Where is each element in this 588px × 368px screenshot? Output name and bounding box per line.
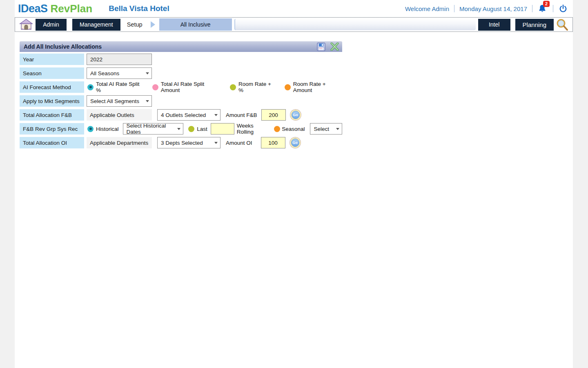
header-divider xyxy=(553,5,553,12)
panel-title: Add All Inclusive Allocations xyxy=(24,43,102,50)
nav-management-button[interactable]: Management xyxy=(72,19,120,31)
outlets-dropdown-value: 4 Outlets Selected xyxy=(161,112,206,118)
radio-last[interactable]: Last xyxy=(188,126,207,132)
seasonal-select-dropdown[interactable]: Select xyxy=(310,123,342,135)
chevron-down-icon xyxy=(146,72,149,74)
radio-icon xyxy=(285,84,291,90)
header-divider xyxy=(454,5,454,12)
seasonal-select-dropdown-value: Select xyxy=(314,126,329,132)
notification-badge: 2 xyxy=(543,1,550,7)
power-icon xyxy=(558,4,568,13)
panel-header: Add All Inclusive Allocations xyxy=(20,41,342,52)
app-page: IDeaS RevPlan Bella Vista Hotel Welcome … xyxy=(15,0,573,368)
amount-oi-label: Amount OI xyxy=(226,140,252,146)
header-right: Welcome Admin Monday August 14, 2017 2 xyxy=(405,4,568,13)
chevron-down-icon xyxy=(336,128,339,130)
outlets-dropdown[interactable]: 4 Outlets Selected xyxy=(157,109,220,121)
home-button[interactable] xyxy=(18,18,35,31)
nav-planning-button[interactable]: Planning xyxy=(515,19,554,31)
weeks-rolling-label: Weeks Rolling xyxy=(237,123,270,135)
forecast-method-row: AI Forecast Method Total AI Rate Split %… xyxy=(20,81,342,93)
main-content: Add All Inclusive Allocations xyxy=(15,32,573,148)
radio-icon xyxy=(188,126,194,132)
radio-icon xyxy=(87,84,94,90)
applicable-departments-label: Applicable Departments xyxy=(87,137,152,148)
add-allocations-panel: Add All Inclusive Allocations xyxy=(20,41,342,148)
amount-fb-label: Amount F&B xyxy=(226,112,257,118)
chevron-down-icon xyxy=(214,142,218,144)
notifications-button[interactable]: 2 xyxy=(537,4,548,13)
fb-go-button[interactable]: Go xyxy=(290,109,301,121)
fb-allocation-row: Total Allocation F&B Applicable Outlets … xyxy=(20,109,342,121)
nav-intel-button[interactable]: Intel xyxy=(478,19,510,31)
tab-strip xyxy=(234,19,476,30)
amount-fb-input[interactable] xyxy=(261,109,286,121)
save-icon xyxy=(317,43,325,51)
segments-dropdown-value: Select All Segments xyxy=(90,98,139,104)
sysrec-label: F&B Rev Grp Sys Rec xyxy=(20,123,84,135)
current-date: Monday August 14, 2017 xyxy=(459,5,527,12)
brand-logo: IDeaS xyxy=(18,2,48,15)
forecast-method-label: AI Forecast Method xyxy=(20,81,84,93)
year-input[interactable] xyxy=(87,54,152,65)
product-logo: RevPlan xyxy=(51,2,93,15)
season-row: Season All Seasons xyxy=(20,67,342,79)
radio-total-ai-rate-split-pct[interactable]: Total AI Rate Split % xyxy=(87,81,143,93)
radio-icon xyxy=(274,126,280,132)
oi-allocation-row: Total Allocation OI Applicable Departmen… xyxy=(20,137,342,148)
welcome-text[interactable]: Welcome Admin xyxy=(405,5,449,12)
season-label: Season xyxy=(20,67,84,79)
radio-historical[interactable]: Historical xyxy=(87,126,119,132)
radio-icon xyxy=(230,84,236,90)
nav-bar: Admin Management Setup All Inclusive Int… xyxy=(15,17,573,32)
nav-admin-button[interactable]: Admin xyxy=(36,19,67,31)
applicable-outlets-label: Applicable Outlets xyxy=(87,109,152,121)
hotel-name: Bella Vista Hotel xyxy=(109,4,169,13)
radio-total-ai-rate-split-amount[interactable]: Total AI Rate Split Amount xyxy=(152,81,220,93)
departments-dropdown[interactable]: 3 Depts Selected xyxy=(157,137,220,148)
historical-dates-dropdown[interactable]: Select Historical Dates xyxy=(123,123,184,135)
departments-dropdown-value: 3 Depts Selected xyxy=(161,140,203,146)
fb-allocation-label: Total Allocation F&B xyxy=(20,109,84,121)
chevron-down-icon xyxy=(146,100,149,102)
close-icon xyxy=(330,43,339,51)
year-label: Year xyxy=(20,54,84,65)
radio-room-rate-plus-pct[interactable]: Room Rate + % xyxy=(230,81,275,93)
radio-seasonal[interactable]: Seasonal xyxy=(274,126,305,132)
oi-allocation-label: Total Allocation OI xyxy=(20,137,84,148)
oi-go-button[interactable]: Go xyxy=(290,137,301,148)
top-header: IDeaS RevPlan Bella Vista Hotel Welcome … xyxy=(15,0,573,17)
nav-setup-item[interactable]: Setup xyxy=(127,21,143,28)
radio-room-rate-plus-amount[interactable]: Room Rate + Amount xyxy=(285,81,342,93)
radio-icon xyxy=(152,84,158,90)
segments-dropdown[interactable]: Select All Segments xyxy=(87,95,152,107)
search-button[interactable] xyxy=(554,18,570,31)
search-icon xyxy=(555,18,569,31)
chevron-down-icon xyxy=(177,128,180,130)
save-button[interactable] xyxy=(317,43,325,51)
close-button[interactable] xyxy=(330,43,339,51)
chevron-down-icon xyxy=(214,114,218,116)
breadcrumb-arrow-icon xyxy=(151,21,155,28)
historical-dates-dropdown-value: Select Historical Dates xyxy=(127,123,178,135)
segments-row: Apply to Mkt Segments Select All Segment… xyxy=(20,95,342,107)
tab-all-inclusive[interactable]: All Inclusive xyxy=(159,18,232,31)
radio-icon xyxy=(87,126,94,132)
season-dropdown-value: All Seasons xyxy=(90,70,119,76)
amount-oi-input[interactable] xyxy=(261,137,285,148)
home-icon xyxy=(19,18,33,31)
logout-button[interactable] xyxy=(558,4,568,13)
year-row: Year xyxy=(20,54,342,65)
weeks-rolling-input[interactable] xyxy=(211,123,234,135)
season-dropdown[interactable]: All Seasons xyxy=(87,67,152,79)
sysrec-row: F&B Rev Grp Sys Rec Historical Select Hi… xyxy=(20,123,342,135)
segments-label: Apply to Mkt Segments xyxy=(20,95,84,107)
header-divider xyxy=(532,5,532,12)
